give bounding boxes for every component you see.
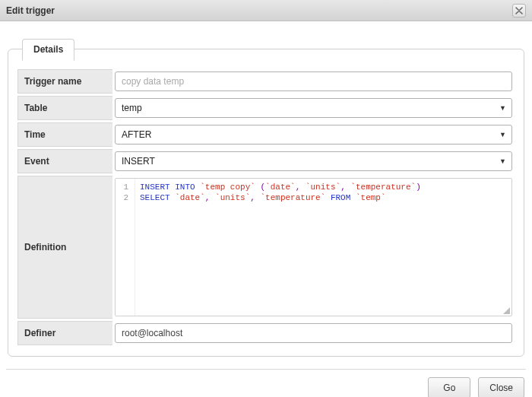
details-panel: Details Trigger name Table temp Time B xyxy=(8,49,524,357)
label-definer: Definer xyxy=(17,321,112,345)
label-time: Time xyxy=(17,122,112,147)
close-button[interactable]: Close xyxy=(478,377,524,397)
trigger-name-input[interactable] xyxy=(115,71,512,91)
dialog-buttons: Go Close xyxy=(0,370,532,397)
event-select[interactable]: INSERTUPDATEDELETE xyxy=(115,151,512,171)
definer-input[interactable] xyxy=(115,323,512,343)
go-button[interactable]: Go xyxy=(428,377,470,397)
table-select[interactable]: temp xyxy=(115,98,512,118)
label-table: Table xyxy=(17,96,112,120)
close-icon[interactable] xyxy=(512,4,526,17)
resize-grip-icon[interactable] xyxy=(502,306,511,315)
label-trigger-name: Trigger name xyxy=(17,69,112,94)
editor-body[interactable]: INSERT INTO `temp copy` (`date`, `units`… xyxy=(135,179,511,316)
label-definition: Definition xyxy=(17,176,112,319)
dialog-title: Edit trigger xyxy=(6,5,512,16)
label-event: Event xyxy=(17,149,112,173)
editor-gutter: 12 xyxy=(116,179,135,316)
time-select[interactable]: BEFOREAFTER xyxy=(115,125,512,145)
definition-editor[interactable]: 12 INSERT INTO `temp copy` (`date`, `uni… xyxy=(115,178,512,316)
dialog-titlebar: Edit trigger xyxy=(0,0,532,21)
tab-details[interactable]: Details xyxy=(22,39,74,61)
